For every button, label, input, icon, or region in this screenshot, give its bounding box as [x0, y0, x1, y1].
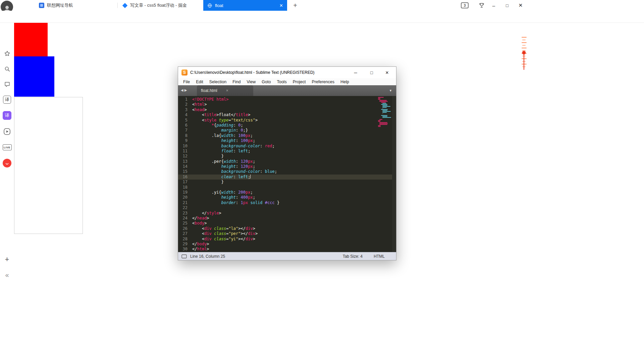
tab-nav-arrows[interactable]: ◀▶: [181, 88, 188, 92]
code-line-3[interactable]: 3<head>: [178, 107, 396, 112]
globe-icon: [207, 3, 212, 8]
sidebar-collapse-chevrons[interactable]: «: [3, 270, 11, 279]
tab-close-icon[interactable]: ✕: [279, 3, 283, 8]
code-area[interactable]: 1<!DOCTYPE html>2<html>3<head>4 <title>f…: [178, 96, 396, 253]
sublime-title-bar[interactable]: S C:\Users\lenovo\Desktop\float.html - S…: [178, 67, 396, 78]
syntax-mode-status[interactable]: HTML: [374, 252, 385, 260]
minimap-line: [382, 110, 387, 111]
code-line-23[interactable]: 23 </style>: [178, 211, 396, 216]
menu-item-file[interactable]: File: [180, 80, 193, 84]
favorites-star-icon[interactable]: [0, 48, 14, 58]
menu-item-preferences[interactable]: Preferences: [309, 80, 337, 84]
menu-item-selection[interactable]: Selection: [206, 80, 229, 84]
code-line-25[interactable]: 25<body>: [178, 221, 396, 226]
code-line-24[interactable]: 24</head>: [178, 216, 396, 221]
minimap-line: [381, 115, 387, 116]
code-line-19[interactable]: 19 .yi{width: 200px;: [178, 190, 396, 195]
minimap-line: [378, 120, 381, 121]
code-line-29[interactable]: 29</body>: [178, 242, 396, 247]
sidebar-search-icon[interactable]: [0, 64, 14, 74]
code-line-5[interactable]: 5 <style type="text/css">: [178, 118, 396, 123]
slider-thumb[interactable]: [522, 51, 526, 54]
code-line-4[interactable]: 4 <title>float</title>: [178, 112, 396, 117]
chat-bubble-icon[interactable]: [0, 79, 14, 89]
minimap-line: [382, 117, 391, 118]
code-text: background-color: blue;: [192, 169, 277, 174]
code-line-17[interactable]: 17 }: [178, 180, 396, 185]
sidebar-add-button[interactable]: +: [3, 255, 11, 264]
menu-item-project[interactable]: Project: [290, 80, 309, 84]
tab-size-status[interactable]: Tab Size: 4: [343, 252, 363, 260]
code-line-21[interactable]: 21 border: 1px solid #ccc }: [178, 200, 396, 205]
code-line-11[interactable]: 11 float: left;: [178, 149, 396, 154]
code-line-30[interactable]: 30</html>: [178, 247, 396, 252]
window-minimize-button[interactable]: –: [488, 0, 499, 11]
code-text: <title>float</title>: [192, 112, 250, 117]
code-line-14[interactable]: 14 height: 120px;: [178, 164, 396, 169]
tab-juejin-article[interactable]: 写文章 - css5 float浮动 - 掘金: [118, 0, 203, 11]
new-tab-button[interactable]: +: [290, 1, 300, 10]
translate-active-icon[interactable]: 译: [0, 110, 14, 120]
minimap-line: [381, 109, 388, 110]
page-side-slider[interactable]: [521, 35, 527, 70]
code-text: <!DOCTYPE html>: [192, 97, 228, 102]
translate-icon[interactable]: 译: [0, 95, 14, 105]
code-line-28[interactable]: 28 <div class="yi"></div>: [178, 237, 396, 242]
video-play-icon[interactable]: [0, 127, 14, 137]
sublime-minimize-button[interactable]: ─: [350, 67, 361, 78]
minimap-line: [379, 119, 382, 120]
tab-overflow-chevron[interactable]: ▼: [389, 89, 392, 92]
code-line-20[interactable]: 20 height: 400px;: [178, 195, 396, 200]
code-line-16[interactable]: 16 clear: left;: [178, 175, 396, 180]
tab-float-active[interactable]: float ✕: [203, 0, 287, 11]
trophy-icon[interactable]: [476, 0, 487, 11]
code-text: }: [192, 154, 224, 159]
minimap[interactable]: [378, 97, 391, 127]
tab-lenovo-nav[interactable]: 联想网址导航: [35, 0, 117, 11]
file-tab-close-icon[interactable]: ×: [226, 88, 228, 93]
outlined-yi-box: [14, 97, 83, 234]
sublime-file-tab[interactable]: float.html ×: [197, 85, 253, 96]
menu-item-edit[interactable]: Edit: [193, 80, 206, 84]
sublime-menubar: FileEditSelectionFindViewGotoToolsProjec…: [178, 78, 396, 85]
minimap-line: [382, 106, 390, 107]
menu-item-help[interactable]: Help: [337, 80, 352, 84]
line-number: 15: [178, 169, 192, 174]
tab-label: float: [215, 3, 277, 8]
line-number: 16: [178, 175, 192, 180]
menu-item-tools[interactable]: Tools: [274, 80, 289, 84]
window-close-button[interactable]: ✕: [515, 0, 526, 11]
slider-track-line: [524, 53, 524, 70]
code-line-27[interactable]: 27 <div class="per"></div>: [178, 231, 396, 236]
code-line-22[interactable]: 22: [178, 205, 396, 210]
code-line-26[interactable]: 26 <div class="la"></div>: [178, 226, 396, 231]
red-app-icon[interactable]: [0, 158, 14, 168]
code-line-10[interactable]: 10 background-color: red;: [178, 144, 396, 149]
line-number: 18: [178, 185, 192, 190]
editor-scrollbar[interactable]: [392, 96, 396, 253]
line-number: 28: [178, 237, 192, 242]
menu-item-goto[interactable]: Goto: [259, 80, 274, 84]
code-line-12[interactable]: 12 }: [178, 154, 396, 159]
code-line-13[interactable]: 13 .per{width: 120px;: [178, 159, 396, 164]
code-line-18[interactable]: 18: [178, 185, 396, 190]
sublime-close-button[interactable]: ✕: [381, 67, 393, 78]
code-line-1[interactable]: 1<!DOCTYPE html>: [178, 97, 396, 102]
code-line-8[interactable]: 8 .la{width: 100px;: [178, 133, 396, 138]
menu-item-view[interactable]: View: [244, 80, 259, 84]
window-maximize-button[interactable]: □: [502, 0, 513, 11]
sublime-maximize-button[interactable]: □: [366, 67, 377, 78]
live-icon[interactable]: LIVE: [0, 142, 14, 152]
line-number: 30: [178, 247, 192, 252]
code-line-15[interactable]: 15 background-color: blue;: [178, 169, 396, 174]
code-line-6[interactable]: 6 *{padding: 0;: [178, 123, 396, 128]
menu-item-find[interactable]: Find: [229, 80, 244, 84]
code-line-9[interactable]: 9 height: 100px;: [178, 138, 396, 143]
tab-count-badge[interactable]: 3: [461, 2, 469, 8]
code-text: <div class="la"></div>: [192, 226, 255, 231]
code-line-7[interactable]: 7 margin: 0;}: [178, 128, 396, 133]
sublime-tab-bar: ◀▶ float.html × ▼: [178, 85, 396, 96]
code-line-2[interactable]: 2<html>: [178, 102, 396, 107]
status-context-icon[interactable]: [181, 254, 187, 258]
line-number: 23: [178, 211, 192, 216]
